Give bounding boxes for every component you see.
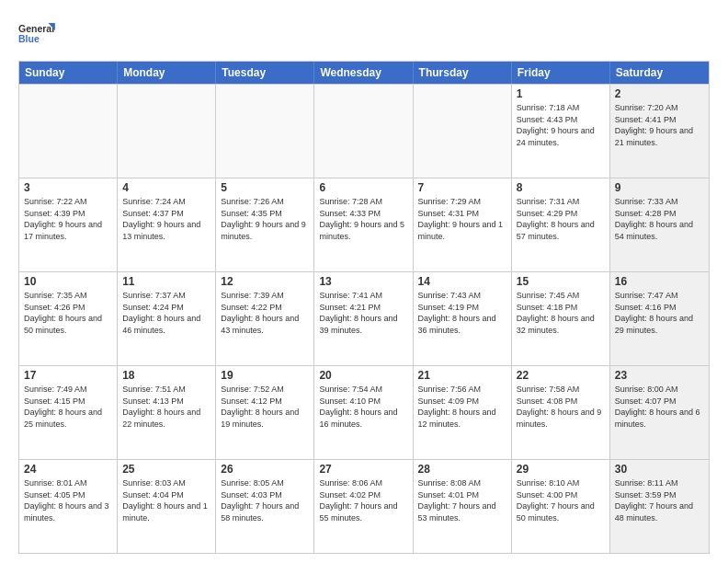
day-info: Sunrise: 7:22 AM Sunset: 4:39 PM Dayligh… xyxy=(24,196,112,242)
day-number: 30 xyxy=(615,463,704,476)
cal-cell-3-2: 19Sunrise: 7:52 AM Sunset: 4:12 PM Dayli… xyxy=(216,366,314,459)
header-day-monday: Monday xyxy=(118,62,216,84)
header-day-saturday: Saturday xyxy=(610,62,709,84)
cal-cell-2-2: 12Sunrise: 7:39 AM Sunset: 4:22 PM Dayli… xyxy=(216,272,314,365)
day-number: 11 xyxy=(122,275,210,288)
day-info: Sunrise: 7:37 AM Sunset: 4:24 PM Dayligh… xyxy=(122,290,210,336)
cal-cell-0-1 xyxy=(118,85,216,178)
cal-cell-1-1: 4Sunrise: 7:24 AM Sunset: 4:37 PM Daylig… xyxy=(118,178,216,271)
cal-cell-2-3: 13Sunrise: 7:41 AM Sunset: 4:21 PM Dayli… xyxy=(314,272,413,365)
day-info: Sunrise: 8:00 AM Sunset: 4:07 PM Dayligh… xyxy=(615,384,704,430)
day-info: Sunrise: 7:47 AM Sunset: 4:16 PM Dayligh… xyxy=(615,290,704,336)
cal-cell-0-2 xyxy=(216,85,314,178)
day-info: Sunrise: 7:54 AM Sunset: 4:10 PM Dayligh… xyxy=(319,384,407,430)
day-info: Sunrise: 8:05 AM Sunset: 4:03 PM Dayligh… xyxy=(221,477,309,523)
day-number: 23 xyxy=(615,369,704,382)
day-info: Sunrise: 7:39 AM Sunset: 4:22 PM Dayligh… xyxy=(221,290,309,336)
day-info: Sunrise: 7:33 AM Sunset: 4:28 PM Dayligh… xyxy=(615,196,704,242)
day-info: Sunrise: 7:45 AM Sunset: 4:18 PM Dayligh… xyxy=(517,290,605,336)
cal-cell-0-6: 2Sunrise: 7:20 AM Sunset: 4:41 PM Daylig… xyxy=(610,85,709,178)
header-day-wednesday: Wednesday xyxy=(314,62,413,84)
day-info: Sunrise: 8:08 AM Sunset: 4:01 PM Dayligh… xyxy=(418,477,506,523)
calendar-header: SundayMondayTuesdayWednesdayThursdayFrid… xyxy=(19,62,709,84)
day-number: 7 xyxy=(418,181,506,194)
day-info: Sunrise: 8:10 AM Sunset: 4:00 PM Dayligh… xyxy=(517,477,605,523)
day-info: Sunrise: 8:06 AM Sunset: 4:02 PM Dayligh… xyxy=(319,477,407,523)
cal-cell-0-4 xyxy=(414,85,512,178)
cal-cell-4-5: 29Sunrise: 8:10 AM Sunset: 4:00 PM Dayli… xyxy=(512,460,610,553)
day-number: 25 xyxy=(122,463,210,476)
cal-cell-4-0: 24Sunrise: 8:01 AM Sunset: 4:05 PM Dayli… xyxy=(19,460,118,553)
day-number: 16 xyxy=(615,275,704,288)
day-info: Sunrise: 7:56 AM Sunset: 4:09 PM Dayligh… xyxy=(418,384,506,430)
day-number: 6 xyxy=(319,181,407,194)
day-info: Sunrise: 7:51 AM Sunset: 4:13 PM Dayligh… xyxy=(122,384,210,430)
week-row-2: 3Sunrise: 7:22 AM Sunset: 4:39 PM Daylig… xyxy=(19,178,709,271)
logo-svg: General Blue xyxy=(18,15,57,53)
week-row-3: 10Sunrise: 7:35 AM Sunset: 4:26 PM Dayli… xyxy=(19,271,709,365)
calendar: SundayMondayTuesdayWednesdayThursdayFrid… xyxy=(18,61,710,554)
day-number: 8 xyxy=(517,181,605,194)
header: General Blue xyxy=(18,15,710,53)
cal-cell-1-3: 6Sunrise: 7:28 AM Sunset: 4:33 PM Daylig… xyxy=(314,178,413,271)
week-row-1: 1Sunrise: 7:18 AM Sunset: 4:43 PM Daylig… xyxy=(19,84,709,178)
cal-cell-0-3 xyxy=(314,85,413,178)
cal-cell-1-6: 9Sunrise: 7:33 AM Sunset: 4:28 PM Daylig… xyxy=(610,178,709,271)
cal-cell-3-3: 20Sunrise: 7:54 AM Sunset: 4:10 PM Dayli… xyxy=(314,366,413,459)
day-number: 26 xyxy=(221,463,309,476)
day-number: 1 xyxy=(517,87,605,100)
cal-cell-3-1: 18Sunrise: 7:51 AM Sunset: 4:13 PM Dayli… xyxy=(118,366,216,459)
day-info: Sunrise: 7:41 AM Sunset: 4:21 PM Dayligh… xyxy=(319,290,407,336)
cal-cell-3-5: 22Sunrise: 7:58 AM Sunset: 4:08 PM Dayli… xyxy=(512,366,610,459)
day-number: 5 xyxy=(221,181,309,194)
day-number: 21 xyxy=(418,369,506,382)
day-number: 17 xyxy=(24,369,112,382)
day-number: 13 xyxy=(319,275,407,288)
cal-cell-0-0 xyxy=(19,85,118,178)
cal-cell-0-5: 1Sunrise: 7:18 AM Sunset: 4:43 PM Daylig… xyxy=(512,85,610,178)
day-info: Sunrise: 7:58 AM Sunset: 4:08 PM Dayligh… xyxy=(517,384,605,430)
day-info: Sunrise: 7:20 AM Sunset: 4:41 PM Dayligh… xyxy=(615,102,704,148)
week-row-5: 24Sunrise: 8:01 AM Sunset: 4:05 PM Dayli… xyxy=(19,459,709,553)
day-info: Sunrise: 7:24 AM Sunset: 4:37 PM Dayligh… xyxy=(122,196,210,242)
cal-cell-2-0: 10Sunrise: 7:35 AM Sunset: 4:26 PM Dayli… xyxy=(19,272,118,365)
day-number: 19 xyxy=(221,369,309,382)
day-number: 10 xyxy=(24,275,112,288)
svg-text:Blue: Blue xyxy=(18,33,40,44)
cal-cell-4-1: 25Sunrise: 8:03 AM Sunset: 4:04 PM Dayli… xyxy=(118,460,216,553)
day-info: Sunrise: 7:49 AM Sunset: 4:15 PM Dayligh… xyxy=(24,384,112,430)
calendar-body: 1Sunrise: 7:18 AM Sunset: 4:43 PM Daylig… xyxy=(19,84,709,553)
cal-cell-4-6: 30Sunrise: 8:11 AM Sunset: 3:59 PM Dayli… xyxy=(610,460,709,553)
day-info: Sunrise: 7:35 AM Sunset: 4:26 PM Dayligh… xyxy=(24,290,112,336)
day-number: 22 xyxy=(517,369,605,382)
day-info: Sunrise: 8:11 AM Sunset: 3:59 PM Dayligh… xyxy=(615,477,704,523)
day-number: 24 xyxy=(24,463,112,476)
cal-cell-4-3: 27Sunrise: 8:06 AM Sunset: 4:02 PM Dayli… xyxy=(314,460,413,553)
cal-cell-3-4: 21Sunrise: 7:56 AM Sunset: 4:09 PM Dayli… xyxy=(414,366,512,459)
cal-cell-2-4: 14Sunrise: 7:43 AM Sunset: 4:19 PM Dayli… xyxy=(414,272,512,365)
cal-cell-3-0: 17Sunrise: 7:49 AM Sunset: 4:15 PM Dayli… xyxy=(19,366,118,459)
cal-cell-1-0: 3Sunrise: 7:22 AM Sunset: 4:39 PM Daylig… xyxy=(19,178,118,271)
day-info: Sunrise: 7:31 AM Sunset: 4:29 PM Dayligh… xyxy=(517,196,605,242)
day-info: Sunrise: 8:01 AM Sunset: 4:05 PM Dayligh… xyxy=(24,477,112,523)
week-row-4: 17Sunrise: 7:49 AM Sunset: 4:15 PM Dayli… xyxy=(19,365,709,459)
day-number: 3 xyxy=(24,181,112,194)
day-number: 28 xyxy=(418,463,506,476)
day-number: 12 xyxy=(221,275,309,288)
day-info: Sunrise: 7:43 AM Sunset: 4:19 PM Dayligh… xyxy=(418,290,506,336)
day-info: Sunrise: 7:26 AM Sunset: 4:35 PM Dayligh… xyxy=(221,196,309,242)
cal-cell-3-6: 23Sunrise: 8:00 AM Sunset: 4:07 PM Dayli… xyxy=(610,366,709,459)
cal-cell-1-4: 7Sunrise: 7:29 AM Sunset: 4:31 PM Daylig… xyxy=(414,178,512,271)
logo: General Blue xyxy=(18,15,57,53)
cal-cell-1-2: 5Sunrise: 7:26 AM Sunset: 4:35 PM Daylig… xyxy=(216,178,314,271)
day-number: 15 xyxy=(517,275,605,288)
day-number: 2 xyxy=(615,87,704,100)
day-info: Sunrise: 8:03 AM Sunset: 4:04 PM Dayligh… xyxy=(122,477,210,523)
day-number: 20 xyxy=(319,369,407,382)
day-number: 29 xyxy=(517,463,605,476)
cal-cell-2-1: 11Sunrise: 7:37 AM Sunset: 4:24 PM Dayli… xyxy=(118,272,216,365)
cal-cell-4-4: 28Sunrise: 8:08 AM Sunset: 4:01 PM Dayli… xyxy=(414,460,512,553)
cal-cell-4-2: 26Sunrise: 8:05 AM Sunset: 4:03 PM Dayli… xyxy=(216,460,314,553)
cal-cell-2-5: 15Sunrise: 7:45 AM Sunset: 4:18 PM Dayli… xyxy=(512,272,610,365)
day-info: Sunrise: 7:29 AM Sunset: 4:31 PM Dayligh… xyxy=(418,196,506,242)
